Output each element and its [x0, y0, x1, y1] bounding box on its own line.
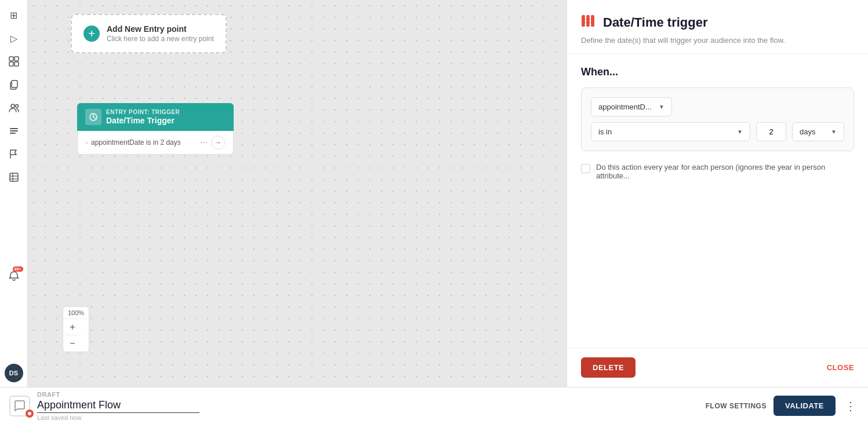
trigger-node[interactable]: ENTRY POINT: TRIGGER Date/Time Trigger a… [77, 103, 234, 155]
panel-title: Date/Time trigger [603, 15, 708, 30]
table-icon[interactable] [3, 167, 24, 188]
svg-rect-18 [591, 15, 594, 27]
svg-rect-17 [586, 15, 590, 27]
add-entry-title: Add New Entry point [107, 24, 214, 34]
svg-rect-5 [12, 81, 17, 87]
flows-icon[interactable] [3, 51, 24, 72]
flow-settings-button[interactable]: FLOW SETTINGS [706, 402, 767, 410]
svg-point-6 [11, 104, 14, 108]
zoom-level: 100% [63, 307, 89, 319]
validate-button[interactable]: VALIDATE [773, 396, 836, 416]
unit-dropdown[interactable]: days ▼ [792, 122, 844, 141]
panel-subtitle: Define the date(s) that will trigger you… [581, 36, 854, 45]
svg-rect-10 [10, 133, 16, 134]
unit-dropdown-chevron: ▼ [831, 129, 837, 135]
svg-point-7 [15, 105, 18, 108]
bottom-actions: FLOW SETTINGS VALIDATE ⋮ [706, 396, 859, 416]
repeat-yearly-label: Do this action every year for each perso… [596, 163, 854, 180]
attribute-row: appointmentD... ▼ [591, 97, 844, 116]
condition-value-row: is in ▼ days ▼ [591, 122, 844, 141]
zoom-controls: 100% + − [63, 306, 89, 352]
close-button[interactable]: CLOSE [827, 363, 854, 372]
copy-icon[interactable] [3, 74, 24, 95]
datetime-trigger-icon [581, 14, 597, 31]
add-entry-subtitle: Click here to add a new entry point [107, 35, 214, 43]
add-entry-plus-icon: + [83, 25, 100, 42]
repeat-yearly-row: Do this action every year for each perso… [581, 163, 854, 180]
svg-rect-16 [582, 15, 585, 27]
user-avatar[interactable]: DS [5, 364, 23, 382]
panel-footer: DELETE CLOSE [567, 348, 868, 387]
flag-icon[interactable] [3, 144, 24, 165]
bottom-bar: DRAFT Last saved now FLOW SETTINGS VALID… [0, 387, 868, 424]
condition-box: appointmentD... ▼ is in ▼ days ▼ [581, 87, 854, 151]
list-icon[interactable] [3, 120, 24, 141]
add-entry-point-card[interactable]: + Add New Entry point Click here to add … [71, 14, 227, 53]
operator-dropdown[interactable]: is in ▼ [591, 122, 750, 141]
attribute-dropdown[interactable]: appointmentD... ▼ [591, 97, 672, 116]
trigger-node-icon [85, 109, 101, 125]
when-label: When... [581, 66, 854, 78]
svg-rect-2 [9, 62, 13, 66]
draft-label: DRAFT [37, 391, 699, 398]
flow-icon-area [9, 396, 30, 416]
terminal-icon[interactable]: ▷ [3, 28, 24, 49]
trigger-condition: appointmentDate is in 2 days [86, 138, 181, 147]
node-options-dots[interactable]: ··· [200, 137, 208, 148]
svg-rect-3 [14, 62, 19, 66]
more-options-button[interactable]: ⋮ [842, 397, 859, 415]
svg-rect-8 [10, 128, 18, 129]
svg-rect-9 [10, 130, 18, 131]
number-input[interactable] [756, 122, 786, 141]
canvas-area: + Add New Entry point Click here to add … [28, 0, 566, 387]
svg-rect-11 [10, 173, 18, 181]
sidebar: ⊞ ▷ [0, 0, 28, 387]
panel-body: When... appointmentD... ▼ is in ▼ [567, 54, 868, 348]
svg-rect-0 [9, 57, 13, 61]
operator-dropdown-chevron: ▼ [737, 129, 743, 135]
trigger-label-small: ENTRY POINT: TRIGGER [106, 109, 180, 115]
svg-rect-1 [14, 57, 19, 61]
saved-label: Last saved now [37, 414, 699, 421]
notification-icon[interactable] [3, 265, 24, 286]
flow-name-input[interactable] [37, 398, 199, 413]
trigger-label-main: Date/Time Trigger [106, 116, 180, 125]
grid-icon[interactable]: ⊞ [3, 5, 24, 25]
delete-button[interactable]: DELETE [581, 357, 635, 378]
node-arrow-button[interactable]: → [211, 136, 225, 149]
people-icon[interactable] [3, 97, 24, 118]
flow-dot-badge [26, 410, 34, 418]
zoom-in-button[interactable]: + [63, 319, 82, 335]
zoom-out-button[interactable]: − [63, 335, 82, 352]
panel-header: Date/Time trigger Define the date(s) tha… [567, 0, 868, 54]
repeat-yearly-checkbox[interactable] [581, 164, 590, 173]
flow-name-area: DRAFT Last saved now [37, 391, 699, 421]
attribute-dropdown-chevron: ▼ [659, 104, 664, 110]
right-panel: Date/Time trigger Define the date(s) tha… [566, 0, 868, 387]
